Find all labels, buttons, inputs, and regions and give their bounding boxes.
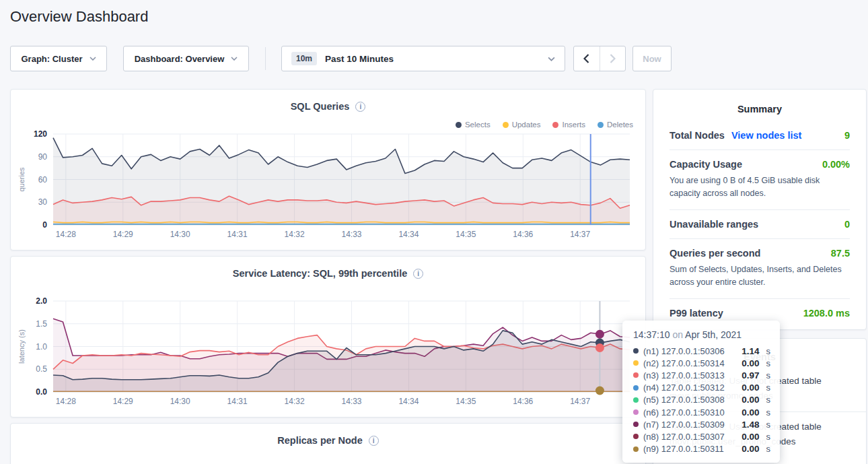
svg-text:14:33: 14:33 [341, 397, 361, 406]
svg-text:0.0: 0.0 [36, 387, 47, 397]
svg-text:14:36: 14:36 [513, 230, 533, 239]
svg-text:0: 0 [42, 220, 47, 230]
svg-text:14:33: 14:33 [341, 230, 361, 239]
tooltip-node-unit: s [766, 395, 771, 405]
svg-text:14:32: 14:32 [285, 230, 305, 239]
controls-divider [265, 47, 266, 70]
now-button[interactable]: Now [632, 46, 672, 71]
time-range-badge: 10m [291, 52, 317, 65]
tooltip-node-value: 0.00 [742, 358, 759, 368]
svg-text:14:34: 14:34 [398, 230, 419, 239]
tooltip-node-value: 0.00 [742, 444, 759, 454]
time-range-label: Past 10 Minutes [325, 54, 540, 64]
view-nodes-link[interactable]: View nodes list [731, 130, 802, 141]
tooltip-node-label: (n4) 127.0.0.1:50312 [643, 383, 737, 393]
svg-text:14:37: 14:37 [570, 397, 590, 406]
tooltip-timestamp: 14:37:10 on Apr 5th, 2021 [633, 329, 770, 340]
graph-scope-label: Graph: Cluster [21, 54, 82, 64]
tooltip-row: (n2) 127.0.0.1:503140.00s [633, 357, 770, 369]
service-latency-chart[interactable]: 14:2814:2914:3014:3114:3214:3314:3414:35… [11, 257, 645, 417]
svg-text:1.5: 1.5 [36, 319, 47, 329]
dashboard-dropdown[interactable]: Dashboard: Overview [123, 46, 249, 71]
svg-text:queries: queries [17, 167, 26, 192]
tooltip-row: (n7) 127.0.0.1:503091.48s [633, 418, 770, 430]
svg-text:14:35: 14:35 [456, 397, 476, 406]
summary-metric-label: P99 latency [670, 308, 723, 319]
tooltip-node-unit: s [766, 346, 771, 356]
tooltip-row: (n9) 127.0.0.1:503110.00s [633, 443, 770, 455]
summary-row-top: Unavailable ranges0 [670, 219, 850, 230]
summary-metric-value: 9 [844, 130, 850, 141]
chevron-down-icon [548, 57, 555, 61]
summary-row-top: Capacity Usage0.00% [670, 159, 850, 170]
time-window-pager [573, 46, 626, 71]
svg-text:14:31: 14:31 [227, 230, 248, 239]
sql-queries-chart[interactable]: 14:2814:2914:3014:3114:3214:3314:3414:35… [11, 90, 645, 250]
svg-text:14:32: 14:32 [285, 397, 305, 406]
tooltip-node-value: 1.14 [742, 346, 759, 356]
svg-text:14:35: 14:35 [456, 230, 476, 239]
replicas-per-node-title: Replicas per Node [11, 424, 645, 446]
svg-text:90: 90 [38, 152, 48, 162]
chevron-down-icon [231, 57, 238, 61]
summary-metric-desc: You are using 0 B of 4.5 GiB usable disk… [670, 174, 850, 201]
node-color-dot [633, 348, 639, 354]
time-range-dropdown[interactable]: 10m Past 10 Minutes [281, 46, 565, 71]
summary-metric-value: 0 [844, 219, 850, 230]
summary-rows: Total NodesView nodes list9Capacity Usag… [670, 121, 850, 327]
service-latency-panel: Service Latency: SQL, 99th percentile 14… [10, 256, 646, 418]
node-color-dot [633, 446, 639, 452]
tooltip-node-label: (n1) 127.0.0.1:50306 [643, 346, 737, 356]
tooltip-row: (n1) 127.0.0.1:503061.14s [633, 345, 770, 357]
summary-row: Queries per second87.5Sum of Selects, Up… [670, 239, 850, 299]
tooltip-row: (n8) 127.0.0.1:503070.00s [633, 430, 770, 442]
tooltip-node-value: 0.00 [742, 395, 759, 405]
tooltip-node-label: (n6) 127.0.0.1:50310 [643, 407, 737, 418]
svg-text:14:37: 14:37 [570, 230, 590, 239]
tooltip-node-label: (n9) 127.0.0.1:50311 [643, 444, 737, 454]
tooltip-node-unit: s [766, 383, 771, 393]
tooltip-row: (n5) 127.0.0.1:503080.00s [633, 394, 770, 406]
chart-hover-tooltip: 14:37:10 on Apr 5th, 2021 (n1) 127.0.0.1… [622, 321, 780, 463]
graph-scope-dropdown[interactable]: Graph: Cluster [10, 46, 107, 71]
tooltip-node-unit: s [766, 420, 771, 430]
summary-heading: Summary [670, 104, 850, 114]
summary-metric-label: Capacity Usage [670, 159, 742, 170]
tooltip-node-label: (n5) 127.0.0.1:50308 [643, 395, 737, 405]
node-color-dot [633, 434, 639, 439]
tooltip-row: (n6) 127.0.0.1:503100.00s [633, 406, 770, 418]
tooltip-node-value: 0.00 [742, 407, 759, 418]
tooltip-rows: (n1) 127.0.0.1:503061.14s(n2) 127.0.0.1:… [633, 345, 770, 455]
svg-text:14:29: 14:29 [113, 230, 133, 239]
svg-text:30: 30 [38, 197, 48, 207]
summary-metric-value: 1208.0 ms [803, 308, 850, 319]
summary-row-top: Total NodesView nodes list9 [670, 130, 850, 141]
svg-text:14:30: 14:30 [170, 230, 190, 239]
tooltip-node-label: (n2) 127.0.0.1:50314 [643, 358, 737, 368]
prev-time-button[interactable] [574, 46, 600, 71]
node-color-dot [633, 360, 639, 366]
svg-text:latency (s): latency (s) [17, 329, 26, 364]
node-color-dot [633, 372, 639, 378]
next-time-button[interactable] [600, 46, 625, 71]
tooltip-row: (n4) 127.0.0.1:503120.00s [633, 382, 770, 394]
node-color-dot [633, 385, 639, 391]
info-icon[interactable] [369, 436, 379, 446]
node-color-dot [633, 409, 639, 415]
tooltip-node-value: 0.00 [742, 383, 759, 393]
summary-metric-label: Total Nodes [670, 130, 725, 141]
chevron-down-icon [89, 57, 96, 61]
node-color-dot [633, 397, 639, 403]
tooltip-node-label: (n3) 127.0.0.1:50313 [643, 370, 737, 380]
chevron-left-icon [583, 54, 589, 63]
summary-row-top: Queries per second87.5 [670, 248, 850, 259]
summary-row: Total NodesView nodes list9 [670, 121, 850, 150]
tooltip-node-unit: s [766, 370, 771, 380]
tooltip-node-unit: s [766, 407, 771, 418]
tooltip-node-unit: s [766, 432, 771, 442]
svg-text:2.0: 2.0 [36, 296, 47, 306]
summary-row: Unavailable ranges0 [670, 210, 850, 239]
svg-text:14:30: 14:30 [170, 397, 190, 406]
chart-svg: 14:2814:2914:3014:3114:3214:3314:3414:35… [11, 90, 645, 250]
summary-metric-label: Unavailable ranges [670, 219, 758, 230]
